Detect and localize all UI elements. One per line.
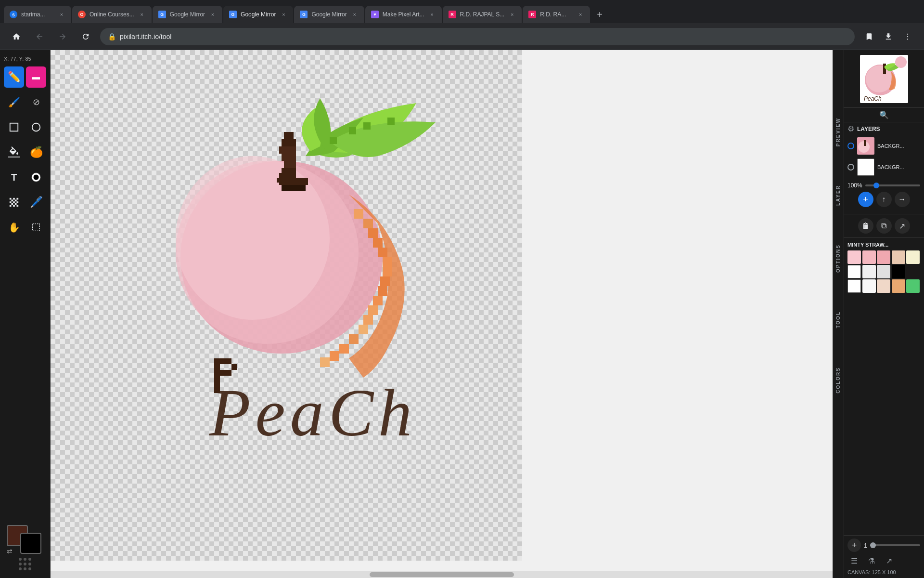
svg-rect-40 (320, 357, 330, 367)
tab-label-5: Google Mirror (311, 11, 346, 18)
palette-color-10[interactable] (906, 265, 920, 278)
svg-rect-30 (383, 267, 392, 276)
palette-color-5[interactable] (906, 250, 920, 264)
svg-rect-13 (13, 201, 15, 203)
rectangle-tool[interactable] (4, 117, 24, 138)
add-frame-button[interactable]: + (847, 539, 861, 552)
pixel-canvas[interactable]: PeaCh (51, 50, 522, 561)
palette-color-8[interactable] (877, 265, 890, 278)
tab-close-2[interactable]: × (138, 11, 146, 18)
tab-close-1[interactable]: × (58, 11, 65, 18)
browser-actions (860, 28, 916, 45)
palette-color-11[interactable] (847, 279, 861, 293)
svg-rect-39 (330, 351, 339, 361)
delete-layer-button[interactable]: 🗑 (858, 218, 873, 234)
tab-close-3[interactable]: × (209, 11, 217, 18)
export-icon[interactable]: ↗ (882, 554, 896, 567)
tab-close-6[interactable]: × (428, 11, 436, 18)
tab-google-mirror-4[interactable]: G Google Mirror × (223, 6, 293, 23)
palette-color-14[interactable] (892, 279, 905, 293)
new-tab-button[interactable]: + (591, 6, 608, 23)
tab-close-8[interactable]: × (577, 11, 584, 18)
export-layer-button[interactable]: ↗ (895, 218, 910, 234)
frame-number: 1 (864, 542, 867, 549)
frame-slider[interactable] (870, 544, 920, 546)
ellipse-tool[interactable] (26, 117, 46, 138)
tab-label-2: Online Courses... (90, 11, 134, 18)
spray-tool[interactable]: 🍊 (26, 142, 46, 163)
palette-color-6[interactable] (847, 265, 861, 278)
palette-color-15[interactable] (906, 279, 920, 293)
move-right-button[interactable]: → (895, 192, 910, 207)
svg-rect-50 (282, 185, 306, 191)
tab-starima[interactable]: s starima... × (4, 6, 71, 23)
layers-list-icon[interactable]: ☰ (847, 554, 861, 567)
bookmark-button[interactable] (860, 28, 878, 45)
url-bar[interactable]: 🔒 pixilart.itch.io/tool (100, 28, 855, 45)
tab-label-8: R.D. RA... (540, 11, 573, 18)
layer-search-button[interactable]: 🔍 (879, 110, 889, 119)
palette-color-13[interactable] (877, 279, 890, 293)
palette-color-3[interactable] (877, 250, 890, 264)
background-color-swatch[interactable] (20, 533, 41, 554)
hand-tool[interactable]: ✋ (4, 217, 24, 238)
eyedropper-tool[interactable]: ⊘ (26, 92, 46, 113)
tab-close-5[interactable]: × (351, 11, 359, 18)
canvas-area[interactable]: PeaCh (51, 50, 833, 578)
svg-rect-7 (10, 198, 12, 200)
tab-rd-rajpal-8[interactable]: R R.D. RA... × (523, 6, 590, 23)
palette-color-1[interactable] (847, 250, 861, 264)
palette-color-2[interactable] (862, 250, 876, 264)
svg-rect-46 (282, 168, 296, 173)
layer-action-row: + ↑ → (847, 189, 920, 210)
back-button[interactable] (31, 28, 48, 45)
color-picker-tool[interactable] (26, 167, 46, 188)
tab-rd-rajpal-7[interactable]: R R.D. RAJPAL S... × (443, 6, 522, 23)
download-button[interactable] (880, 28, 897, 45)
swap-colors-icon[interactable]: ⇄ (7, 547, 13, 554)
forward-button[interactable] (54, 28, 71, 45)
pencil-tool[interactable]: ✏️ (4, 66, 24, 88)
palette-color-12[interactable] (862, 279, 876, 293)
add-layer-button[interactable]: + (858, 192, 873, 207)
horizontal-scrollbar[interactable] (51, 571, 833, 578)
selection-tool[interactable] (26, 217, 46, 238)
tab-google-mirror-5[interactable]: G Google Mirror × (294, 6, 364, 23)
duplicate-layer-button[interactable]: ⧉ (876, 218, 892, 234)
layers-settings-icon[interactable]: ⚙ (847, 124, 854, 133)
svg-rect-16 (15, 203, 17, 205)
layer-item-2[interactable]: BACKGR... (844, 157, 924, 178)
text-tool[interactable]: T (4, 167, 24, 188)
eraser-tool[interactable]: ▬ (26, 66, 46, 88)
tab-google-mirror-3[interactable]: G Google Mirror × (153, 6, 222, 23)
palette-color-4[interactable] (892, 250, 905, 264)
paint-brush-tool[interactable]: 🖌️ (4, 92, 24, 113)
home-button[interactable] (8, 28, 25, 45)
tool-row-3 (0, 116, 50, 139)
smudge-tool[interactable]: 🖊️ (26, 192, 46, 213)
palette-color-9[interactable] (892, 265, 905, 278)
layer-visibility-1[interactable] (847, 143, 854, 149)
layer-item-1[interactable]: BACKGR... (844, 135, 924, 157)
fill-tool[interactable] (4, 142, 24, 163)
tab-label-7: R.D. RAJPAL S... (460, 11, 505, 18)
tab-close-7[interactable]: × (508, 11, 516, 18)
svg-rect-3 (10, 123, 18, 131)
zoom-slider[interactable] (865, 184, 920, 186)
menu-button[interactable] (899, 28, 916, 45)
layer-visibility-2[interactable] (847, 164, 854, 171)
reload-button[interactable] (77, 28, 94, 45)
svg-rect-19 (17, 205, 19, 207)
dither-tool[interactable] (4, 192, 24, 213)
move-up-button[interactable]: ↑ (876, 192, 892, 207)
layers-section: ⚙ LAYERS BACKGR... (844, 122, 924, 178)
tab-make-pixel-art[interactable]: ♥ Make Pixel Art... × (365, 6, 442, 23)
tab-close-4[interactable]: × (280, 11, 287, 18)
layer-search-row: 🔍 (844, 108, 924, 122)
filter-icon[interactable]: ⚗ (865, 554, 878, 567)
tab-label-3: Google Mirror (170, 11, 205, 18)
palette-color-7[interactable] (862, 265, 876, 278)
svg-rect-31 (380, 276, 390, 286)
svg-rect-34 (368, 305, 378, 315)
tab-online-courses[interactable]: O Online Courses... × (72, 6, 152, 23)
